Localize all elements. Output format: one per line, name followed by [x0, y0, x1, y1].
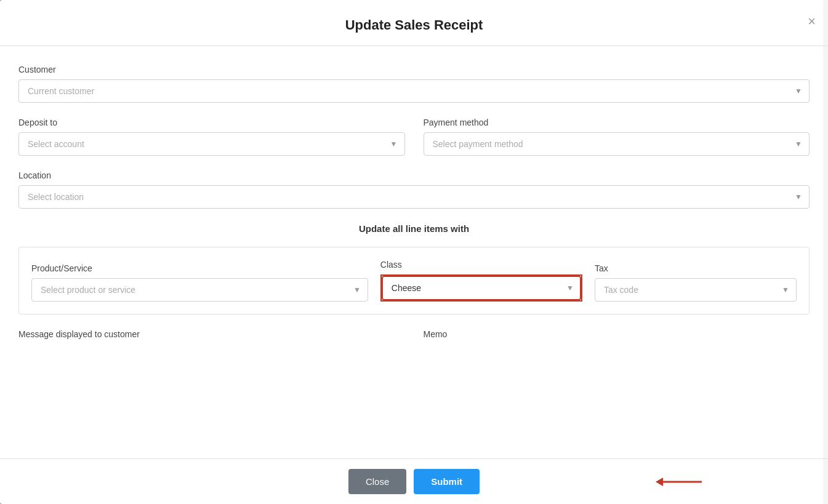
close-icon-button[interactable]: × — [808, 15, 816, 28]
deposit-select[interactable]: Select account — [18, 132, 405, 156]
modal-body: Customer Current customer ▼ Deposit to S… — [0, 46, 828, 458]
customer-label: Customer — [18, 65, 810, 74]
update-sales-receipt-modal: Update Sales Receipt × Customer Current … — [0, 0, 828, 504]
customer-select-wrapper: Current customer ▼ — [18, 79, 810, 103]
payment-col: Payment method Select payment method ▼ — [424, 118, 810, 156]
payment-select-wrapper: Select payment method ▼ — [424, 132, 810, 156]
close-icon: × — [808, 14, 816, 29]
customer-field-row: Customer Current customer ▼ — [18, 65, 810, 103]
deposit-payment-row: Deposit to Select account ▼ Payment meth… — [18, 118, 810, 156]
submit-arrow-indicator — [656, 473, 705, 491]
location-field-row: Location Select location ▼ — [18, 170, 810, 209]
scrollbar-track[interactable] — [823, 0, 828, 504]
class-select-wrapper: Cheese ▼ — [380, 274, 582, 302]
submit-button[interactable]: Submit — [414, 469, 480, 494]
product-select-wrapper: Select product or service ▼ — [31, 278, 368, 302]
line-items-header: Update all line items with — [359, 223, 469, 234]
location-select-wrapper: Select location ▼ — [18, 185, 810, 209]
class-select[interactable]: Cheese — [382, 276, 581, 300]
product-select[interactable]: Select product or service — [31, 278, 368, 302]
memo-col: Memo — [424, 329, 810, 344]
modal-header: Update Sales Receipt × — [0, 0, 828, 46]
class-col: Class Cheese ▼ — [380, 260, 582, 302]
message-label: Message displayed to customer — [18, 329, 405, 339]
arrow-icon — [656, 473, 705, 491]
tax-select-wrapper: Tax code ▼ — [595, 278, 797, 302]
location-label: Location — [18, 170, 810, 180]
deposit-col: Deposit to Select account ▼ — [18, 118, 405, 156]
message-memo-row: Message displayed to customer Memo — [18, 329, 810, 344]
close-button[interactable]: Close — [348, 469, 406, 494]
deposit-label: Deposit to — [18, 118, 405, 127]
tax-label: Tax — [595, 263, 797, 273]
product-label: Product/Service — [31, 263, 368, 273]
tax-col: Tax Tax code ▼ — [595, 263, 797, 302]
line-items-inner: Product/Service Select product or servic… — [31, 260, 797, 302]
location-select[interactable]: Select location — [18, 185, 810, 209]
modal-title: Update Sales Receipt — [12, 17, 816, 33]
modal-footer: Close Submit — [0, 458, 828, 504]
memo-label: Memo — [424, 329, 810, 339]
svg-marker-1 — [656, 478, 663, 486]
payment-select[interactable]: Select payment method — [424, 132, 810, 156]
product-col: Product/Service Select product or servic… — [31, 263, 368, 302]
tax-select[interactable]: Tax code — [595, 278, 797, 302]
deposit-select-wrapper: Select account ▼ — [18, 132, 405, 156]
line-items-box: Product/Service Select product or servic… — [18, 247, 810, 314]
modal-overlay: Update Sales Receipt × Customer Current … — [0, 0, 828, 504]
class-label: Class — [380, 260, 582, 270]
message-col: Message displayed to customer — [18, 329, 405, 344]
line-items-divider: Update all line items with — [18, 223, 810, 234]
payment-label: Payment method — [424, 118, 810, 127]
customer-select[interactable]: Current customer — [18, 79, 810, 103]
